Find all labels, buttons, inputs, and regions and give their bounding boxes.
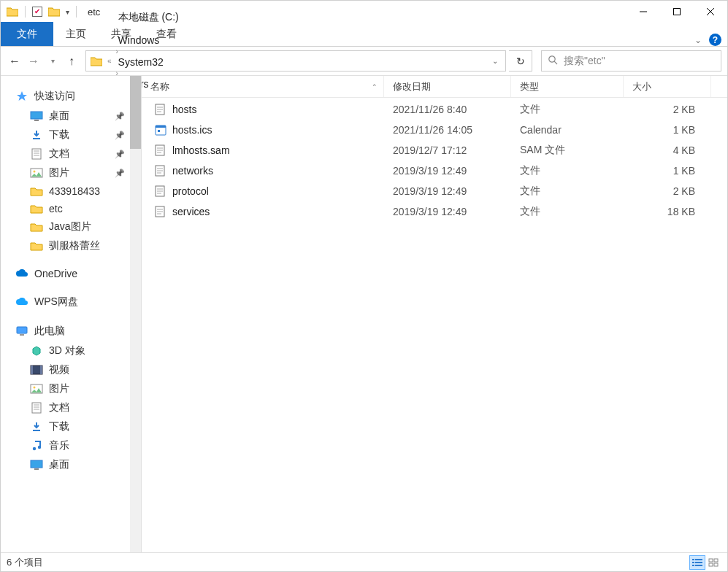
sidebar-item[interactable]: 下载 — [1, 417, 141, 436]
sidebar-item[interactable]: 图片📌 — [1, 163, 141, 182]
sidebar-item[interactable]: etc — [1, 200, 141, 217]
chevron-right-icon[interactable]: › — [114, 26, 120, 34]
chevron-right-icon[interactable]: › — [114, 47, 120, 55]
file-size: 4 KB — [624, 144, 711, 156]
file-date: 2021/11/26 14:05 — [384, 124, 511, 136]
col-type[interactable]: 类型 — [511, 76, 624, 97]
col-name[interactable]: 名称⌃ — [142, 76, 384, 97]
sidebar-item-label: 下载 — [49, 128, 69, 142]
file-icon — [155, 144, 166, 156]
qat-folder-icon[interactable] — [48, 7, 60, 17]
ribbon-collapse-icon[interactable]: ⌄ — [694, 35, 702, 45]
table-row[interactable]: services2019/3/19 12:49文件18 KB — [142, 201, 727, 222]
details-view-button[interactable] — [689, 555, 705, 570]
sidebar-item-label: 桌面 — [49, 458, 69, 471]
this-pc-header[interactable]: 此电脑 — [1, 321, 141, 341]
title-bar: ✔ ▾ etc — [1, 1, 727, 23]
address-bar[interactable]: « 本地磁盘 (C:)›Windows›System32›drivers›etc… — [85, 50, 506, 72]
this-pc-label: 此电脑 — [34, 325, 65, 338]
onedrive-label: OneDrive — [34, 268, 77, 279]
table-row[interactable]: lmhosts.sam2019/12/7 17:12SAM 文件4 KB — [142, 140, 727, 161]
svg-rect-18 — [31, 366, 33, 374]
table-row[interactable]: hosts.ics2021/11/26 14:05Calendar1 KB — [142, 120, 727, 140]
table-row[interactable]: protocol2019/3/19 12:49文件2 KB — [142, 181, 727, 201]
pc-icon — [15, 325, 28, 337]
onedrive-header[interactable]: OneDrive — [1, 264, 141, 283]
sidebar-item[interactable]: 文档📌 — [1, 144, 141, 163]
sidebar-item[interactable]: 驯服格蕾丝 — [1, 236, 141, 255]
sidebar-item-label: 3D 对象 — [49, 344, 85, 358]
file-date: 2019/12/7 17:12 — [384, 144, 511, 156]
sidebar-item[interactable]: 桌面📌 — [1, 107, 141, 125]
sidebar-item[interactable]: 桌面 — [1, 455, 141, 474]
help-icon[interactable]: ? — [709, 34, 721, 46]
forward-button[interactable]: → — [26, 53, 42, 69]
svg-rect-63 — [714, 563, 718, 566]
pic-icon — [30, 167, 43, 179]
sidebar-item-label: Java图片 — [49, 220, 91, 233]
back-button[interactable]: ← — [7, 53, 23, 69]
music-icon — [30, 440, 43, 452]
sidebar-item[interactable]: 图片 — [1, 379, 141, 398]
qat-properties-button[interactable]: ✔ — [32, 7, 42, 17]
separator — [25, 6, 26, 18]
svg-line-5 — [554, 61, 557, 64]
sidebar-item[interactable]: Java图片 — [1, 217, 141, 236]
table-row[interactable]: hosts2021/11/26 8:40文件2 KB — [142, 99, 727, 120]
svg-point-4 — [549, 56, 555, 62]
file-tab[interactable]: 文件 — [1, 22, 53, 46]
sidebar-item-label: 音乐 — [49, 439, 69, 452]
file-size: 1 KB — [624, 124, 711, 136]
sidebar-item[interactable]: 视频 — [1, 360, 141, 379]
file-name: lmhosts.sam — [172, 144, 230, 156]
sidebar-item[interactable]: 文档 — [1, 398, 141, 417]
file-date: 2021/11/26 8:40 — [384, 104, 511, 115]
view-buttons — [689, 555, 721, 570]
file-list: hosts2021/11/26 8:40文件2 KBhosts.ics2021/… — [142, 98, 727, 552]
quick-access-header[interactable]: 快速访问 — [1, 86, 141, 107]
sidebar-item[interactable]: 下载📌 — [1, 125, 141, 144]
file-date: 2019/3/19 12:49 — [384, 165, 511, 177]
sidebar-item-label: 图片 — [49, 166, 69, 179]
breadcrumb-segment[interactable]: System32 — [114, 56, 183, 68]
svg-rect-56 — [692, 562, 694, 563]
home-tab[interactable]: 主页 — [53, 22, 99, 46]
body: 快速访问 桌面📌下载📌文档📌图片📌433918433etcJava图片驯服格蕾丝… — [1, 76, 727, 552]
separator — [76, 6, 77, 18]
up-button[interactable]: ↑ — [64, 53, 80, 69]
minimize-button[interactable] — [627, 1, 660, 23]
search-input[interactable]: 搜索"etc" — [541, 50, 721, 72]
sidebar-item[interactable]: 433918433 — [1, 182, 141, 200]
pin-icon: 📌 — [115, 150, 125, 159]
breadcrumb-segment[interactable]: Windows — [114, 34, 183, 46]
file-name: hosts.ics — [172, 124, 212, 136]
quick-access-label: 快速访问 — [34, 90, 75, 103]
col-date[interactable]: 修改日期 — [384, 76, 511, 97]
window-title: etc — [88, 7, 100, 18]
qat-dropdown-icon[interactable]: ▾ — [66, 8, 69, 16]
svg-rect-15 — [17, 327, 27, 333]
file-icon — [155, 104, 166, 115]
col-size[interactable]: 大小 — [624, 76, 711, 97]
sidebar-item[interactable]: 音乐 — [1, 436, 141, 455]
folder-icon — [30, 203, 43, 214]
sidebar-item-label: 文档 — [49, 401, 69, 414]
sort-indicator-icon: ⌃ — [372, 83, 378, 90]
maximize-button[interactable] — [660, 1, 694, 23]
close-button[interactable] — [694, 1, 727, 23]
recent-dropdown[interactable]: ▾ — [45, 53, 61, 69]
file-icon — [155, 185, 166, 197]
chevron-left-icon[interactable]: « — [105, 57, 114, 65]
file-type: 文件 — [511, 185, 624, 198]
svg-point-28 — [38, 446, 41, 449]
table-row[interactable]: networks2019/3/19 12:49文件1 KB — [142, 161, 727, 181]
file-type: 文件 — [511, 103, 624, 116]
sidebar-item-label: etc — [49, 203, 63, 214]
sidebar-item-label: 桌面 — [49, 109, 69, 123]
large-icons-view-button[interactable] — [705, 555, 721, 570]
sidebar-item[interactable]: 3D 对象 — [1, 341, 141, 360]
wps-header[interactable]: WPS网盘 — [1, 292, 141, 312]
breadcrumb-segment[interactable]: 本地磁盘 (C:) — [114, 11, 183, 24]
address-dropdown-icon[interactable]: ⌄ — [485, 57, 505, 65]
refresh-button[interactable]: ↻ — [509, 50, 532, 72]
